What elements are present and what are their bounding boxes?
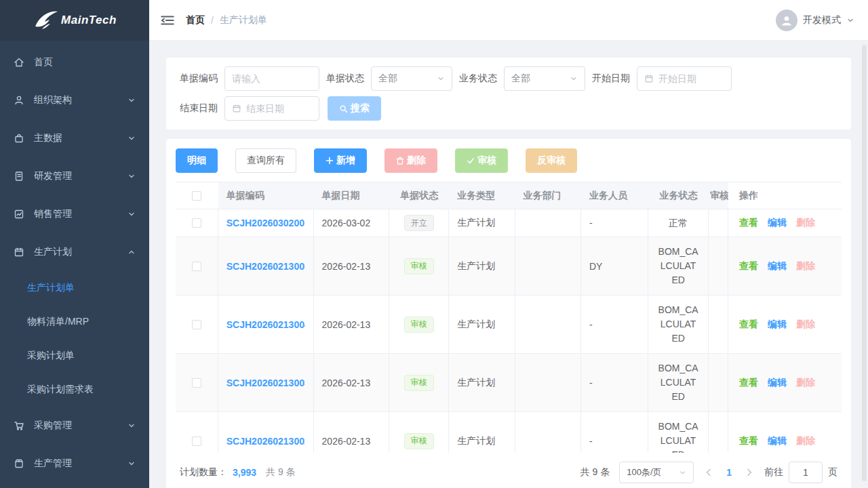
goto-suffix: 页	[828, 466, 837, 479]
sidebar-item-bom-mrp[interactable]: 物料清单/MRP	[0, 305, 149, 339]
row-checkbox[interactable]	[192, 262, 201, 271]
brand-logo: MainTech	[0, 0, 149, 41]
sidebar-item-master-data[interactable]: 主数据	[0, 119, 149, 157]
total-records: 共 9 条	[580, 466, 610, 479]
delete-link[interactable]: 删除	[796, 377, 815, 389]
doc-code-link[interactable]: SCJH20260213002...	[226, 436, 305, 447]
table-row: SCJH20260213003... 2026-02-13 审核 生产计划 - …	[176, 354, 842, 412]
brand-name: MainTech	[61, 14, 117, 27]
doc-code-field[interactable]	[232, 73, 312, 84]
row-checkbox[interactable]	[192, 218, 201, 228]
doc-status-select[interactable]: 全部	[371, 66, 452, 91]
end-date-field[interactable]	[246, 103, 312, 114]
view-link[interactable]: 查看	[739, 435, 758, 447]
calendar-icon	[644, 74, 654, 83]
trash-icon	[396, 157, 404, 165]
collapse-sidebar-icon[interactable]	[160, 13, 175, 28]
biz-type: 生产计划	[449, 412, 515, 453]
biz-type: 生产计划	[449, 209, 515, 237]
sidebar-item-production-plan-order[interactable]: 生产计划单	[0, 271, 149, 305]
query-all-button[interactable]: 查询所有	[235, 148, 296, 173]
biz-person: -	[581, 209, 648, 237]
sidebar-item-manufacturing[interactable]: 生产管理	[0, 445, 149, 483]
sidebar-item-purchase-plan-order[interactable]: 采购计划单	[0, 339, 149, 373]
edit-link[interactable]: 编辑	[768, 377, 787, 389]
sidebar-item-home[interactable]: 首页	[0, 43, 149, 81]
delete-link[interactable]: 删除	[796, 435, 815, 447]
sidebar-item-label: 销售管理	[34, 208, 127, 220]
goto-label: 前往	[764, 466, 783, 479]
user-menu[interactable]: 开发模式	[776, 9, 854, 31]
next-page-icon[interactable]	[744, 467, 755, 478]
sidebar-item-purchase-plan-demand[interactable]: 采购计划需求表	[0, 373, 149, 407]
detail-button-label: 明细	[187, 155, 206, 167]
view-link[interactable]: 查看	[739, 217, 758, 229]
pagination-bar: 计划数量： 3,993 共 9 条 共 9 条 100条/页 1 前往	[176, 453, 842, 488]
biz-dept	[515, 296, 581, 353]
edit-link[interactable]: 编辑	[768, 260, 787, 272]
add-button[interactable]: 新增	[314, 148, 367, 173]
user-icon	[14, 95, 24, 106]
detail-button[interactable]: 明细	[176, 148, 218, 173]
row-checkbox[interactable]	[192, 378, 201, 388]
delete-link[interactable]: 删除	[796, 319, 815, 331]
doc-code-link[interactable]: SCJH20260213004...	[226, 319, 305, 330]
sidebar-item-org[interactable]: 组织架构	[0, 81, 149, 119]
doc-code-input[interactable]	[224, 66, 319, 91]
edit-link[interactable]: 编辑	[768, 435, 787, 447]
calendar-icon	[14, 247, 24, 258]
chevron-down-icon	[679, 469, 686, 476]
delete-link[interactable]: 删除	[796, 217, 815, 229]
end-date-picker[interactable]	[224, 96, 319, 121]
user-name: 开发模式	[803, 14, 841, 26]
doc-status-label: 单据状态	[326, 73, 364, 85]
page-scrollbar[interactable]	[862, 45, 867, 481]
page-number[interactable]: 1	[724, 467, 734, 478]
view-link[interactable]: 查看	[739, 319, 758, 331]
biz-person: -	[581, 412, 648, 453]
sidebar-item-label: 采购管理	[34, 420, 127, 432]
prev-page-icon[interactable]	[703, 467, 714, 478]
chevron-down-icon	[127, 210, 136, 218]
doc-code-link[interactable]: SCJH20260213003...	[226, 378, 305, 388]
sidebar-item-production-plan[interactable]: 生产计划	[0, 233, 149, 271]
biz-type: 生产计划	[449, 354, 515, 411]
biz-status-select[interactable]: 全部	[504, 66, 585, 91]
view-link[interactable]: 查看	[739, 260, 758, 272]
column-header: 操作	[728, 182, 842, 209]
search-icon	[339, 104, 348, 113]
biz-status-label: 业务状态	[459, 73, 497, 85]
status-badge: 审核	[404, 375, 434, 391]
status-badge: 开立	[404, 215, 434, 231]
breadcrumb-home[interactable]: 首页	[186, 14, 205, 26]
doc-date: 2026-02-13	[314, 237, 390, 295]
sidebar-item-purchasing[interactable]: 采购管理	[0, 407, 149, 445]
edit-link[interactable]: 编辑	[768, 217, 787, 229]
sidebar-item-rd[interactable]: 研发管理	[0, 157, 149, 195]
calendar-icon	[232, 104, 241, 113]
audit-button[interactable]: 审核	[455, 148, 508, 173]
start-date-field[interactable]	[658, 73, 724, 84]
search-button[interactable]: 搜索	[328, 96, 381, 121]
sidebar-item-label: 采购计划需求表	[27, 384, 136, 396]
edit-link[interactable]: 编辑	[768, 319, 787, 331]
query-all-button-label: 查询所有	[247, 155, 285, 167]
top-bar: 首页 / 生产计划单 开发模式	[149, 0, 868, 41]
delete-link[interactable]: 删除	[796, 260, 815, 272]
plus-icon	[326, 157, 334, 165]
doc-date: 2026-03-02	[314, 209, 390, 237]
sidebar-item-sales[interactable]: 销售管理	[0, 195, 149, 233]
delete-button[interactable]: 删除	[384, 148, 437, 173]
unaudit-button[interactable]: 反审核	[526, 148, 577, 173]
row-checkbox[interactable]	[192, 436, 201, 446]
chevron-up-icon	[127, 248, 136, 256]
page-size-select[interactable]: 100条/页	[619, 462, 694, 483]
view-link[interactable]: 查看	[739, 377, 758, 389]
row-checkbox[interactable]	[192, 320, 201, 329]
chevron-down-icon	[437, 75, 445, 83]
goto-page-input[interactable]	[789, 462, 823, 483]
doc-code-link[interactable]: SCJH20260213005...	[226, 261, 305, 272]
start-date-picker[interactable]	[637, 66, 732, 91]
select-all-checkbox[interactable]	[192, 191, 201, 201]
doc-code-link[interactable]: SCJH20260302001...	[226, 218, 305, 228]
